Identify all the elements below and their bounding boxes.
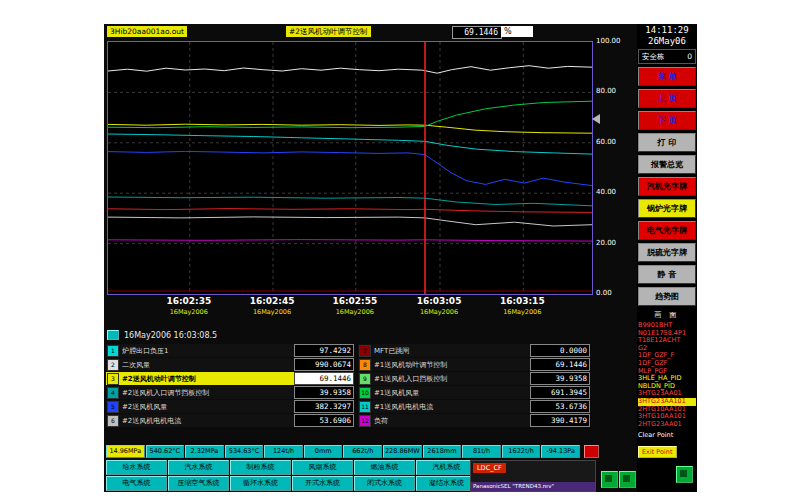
system-nav-button[interactable]: 风烟系统 <box>292 460 353 475</box>
timestamp-chip[interactable] <box>107 330 119 340</box>
system-nav-row-2: 电气系统压缩空气系统循环水系统开式水系统闭式水系统凝结水系统 <box>106 476 477 491</box>
alarm-tag[interactable]: NBLDN_PID <box>638 383 696 391</box>
sidebar-button[interactable]: 汽机光字牌 <box>638 177 696 196</box>
channel-color-chip: 12 <box>359 415 371 427</box>
system-nav-button[interactable]: 凝结水系统 <box>416 476 477 491</box>
screen-id-badge[interactable]: LDC_CF <box>473 463 506 473</box>
status-value[interactable]: 662t/h <box>343 445 382 458</box>
main-area: 3Hib20aa001ao.out #2送风机动叶调节控制 69.1446 % … <box>104 24 637 492</box>
alarm-tag[interactable]: 3HTG23AA01 <box>638 390 696 398</box>
safety-label: 安全栋 <box>642 52 665 62</box>
channel-color-chip: 1 <box>107 345 119 357</box>
alarm-tag[interactable]: 3HTG10AA101 <box>638 413 696 421</box>
sidebar-button-stack: 菜 单上 页下 页打 印报警总览汽机光字牌锅炉光字牌电气光字牌脱硫光字牌静 音趋… <box>638 67 696 306</box>
x-axis-date-label: 16May2006 <box>487 308 557 316</box>
legend-row[interactable]: 7MFT已跳闸0.0000 <box>358 344 590 357</box>
sidebar-button[interactable]: 菜 单 <box>638 67 696 86</box>
legend-row[interactable]: 5#2送风机风量382.3297 <box>106 400 354 413</box>
channel-value: 97.4292 <box>294 344 354 357</box>
alarm-tag[interactable]: N01E1758.4P1 <box>638 330 696 338</box>
sidebar-button[interactable]: 锅炉光字牌 <box>638 199 696 218</box>
channel-value: 69.1446 <box>294 372 354 385</box>
status-value[interactable]: 540.62°C <box>146 445 185 458</box>
sidebar-button[interactable]: 上 页 <box>638 89 696 108</box>
value-marker-icon[interactable] <box>592 114 600 124</box>
legend-row[interactable]: 8#1送风机动叶调节控制69.1446 <box>358 358 590 371</box>
alarm-indicator-red[interactable] <box>584 445 599 458</box>
status-value[interactable]: 81t/h <box>462 445 501 458</box>
sidebar-button[interactable]: 报警总览 <box>638 155 696 174</box>
sidebar-green-indicator[interactable] <box>676 466 693 483</box>
channel-color-chip: 7 <box>359 345 371 357</box>
status-value[interactable]: 2.32MPa <box>185 445 224 458</box>
channel-label: 炉膛出口负压1 <box>122 346 294 356</box>
status-value[interactable]: -94.13Pa <box>541 445 580 458</box>
alarm-tag[interactable]: B9901BHT <box>638 322 696 330</box>
system-nav-button[interactable]: 开式水系统 <box>292 476 353 491</box>
safety-button[interactable]: 安全栋 0 <box>638 49 696 64</box>
status-value[interactable]: 1622t/h <box>502 445 541 458</box>
legend-row[interactable]: 1炉膛出口负压197.4292 <box>106 344 354 357</box>
sidebar-button[interactable]: 趋势图 <box>638 287 696 306</box>
status-value[interactable]: 228.86MW <box>383 445 422 458</box>
legend-column-right: 7MFT已跳闸0.00008#1送风机动叶调节控制69.14469#1送风机入口… <box>358 344 590 428</box>
status-value[interactable]: 124t/h <box>264 445 303 458</box>
alarm-tag[interactable]: 3HLE_HA_PID <box>638 375 696 383</box>
sidebar-button[interactable]: 电气光字牌 <box>638 221 696 240</box>
alarm-tag[interactable]: MLP_PGF <box>638 368 696 376</box>
legend-row[interactable]: 12负荷390.4179 <box>358 414 590 427</box>
channel-color-chip: 5 <box>107 401 119 413</box>
sidebar-button[interactable]: 静 音 <box>638 265 696 284</box>
alarm-tag[interactable]: G2 <box>638 345 696 353</box>
status-value[interactable]: 534.63°C <box>225 445 264 458</box>
system-nav-button[interactable]: 闭式水系统 <box>354 476 415 491</box>
alarm-tag[interactable]: T18E12ACHT <box>638 337 696 345</box>
status-value[interactable]: 14.96MPa <box>106 445 145 458</box>
sidebar-button[interactable]: 下 页 <box>638 111 696 130</box>
channel-value: 53.6906 <box>294 414 354 427</box>
clear-point-button[interactable]: Clear Point <box>638 431 696 439</box>
system-nav-button[interactable]: 制粉系统 <box>230 460 291 475</box>
legend-column-left: 1炉膛出口负压197.42922二次风量990.06743#2送风机动叶调节控制… <box>106 344 354 428</box>
channel-value: 39.9358 <box>294 386 354 399</box>
trend-svg <box>108 42 592 294</box>
legend-row[interactable]: 2二次风量990.0674 <box>106 358 354 371</box>
legend-row[interactable]: 6#2送风机电机电流53.6906 <box>106 414 354 427</box>
legend-row[interactable]: 9#1送风机入口挡板控制39.9358 <box>358 372 590 385</box>
x-axis-date-label: 16May2006 <box>320 308 390 316</box>
y-axis-label: 100.00 <box>596 37 632 45</box>
status-value[interactable]: 0mm <box>304 445 343 458</box>
alarm-tag[interactable]: 2HTG10AA101 <box>638 406 696 414</box>
legend-row[interactable]: 10#1送风机风量691.3945 <box>358 386 590 399</box>
exit-point-button[interactable]: Exit Point <box>638 446 677 458</box>
sidebar-button[interactable]: 脱硫光字牌 <box>638 243 696 262</box>
system-nav-button[interactable]: 循环水系统 <box>230 476 291 491</box>
legend-row[interactable]: 4#2送风机入口调节挡板控制39.9358 <box>106 386 354 399</box>
alarm-tag[interactable]: 2HTG23AA01 <box>638 421 696 429</box>
selected-channel-tag[interactable]: #2送风机动叶调节控制 <box>286 26 371 37</box>
alarm-tag[interactable]: 1DF_GZF <box>638 360 696 368</box>
system-nav-button[interactable]: 汽机系统 <box>416 460 477 475</box>
monitor-toggle-button-2[interactable] <box>619 471 636 488</box>
monitor-toggle-button-1[interactable] <box>601 471 618 488</box>
alarm-tag[interactable]: 3HTG23AA101 <box>638 398 696 406</box>
trend-file-tag[interactable]: 3Hib20aa001ao.out <box>107 26 187 37</box>
system-nav-button[interactable]: 电气系统 <box>106 476 167 491</box>
system-nav-button[interactable]: 汽水系统 <box>168 460 229 475</box>
trend-chart[interactable] <box>107 41 593 295</box>
x-axis-time-label: 16:03:05 <box>404 296 474 306</box>
alarm-tag[interactable]: 1DF_GZF_F <box>638 352 696 360</box>
status-value[interactable]: 2618mm <box>423 445 462 458</box>
legend-row[interactable]: 3#2送风机动叶调节控制69.1446 <box>106 372 354 385</box>
y-axis-label: 0.00 <box>596 289 632 297</box>
system-nav-button[interactable]: 给水系统 <box>106 460 167 475</box>
channel-color-chip: 2 <box>107 359 119 371</box>
clock-date: 26May06 <box>638 36 696 47</box>
alarm-panel-header: 画 面 <box>638 310 696 320</box>
system-nav-button[interactable]: 燃油系统 <box>354 460 415 475</box>
legend-row[interactable]: 11#1送风机电机电流53.6736 <box>358 400 590 413</box>
sidebar-button[interactable]: 打 印 <box>638 133 696 152</box>
y-axis-label: 80.00 <box>596 87 632 95</box>
system-nav-button[interactable]: 压缩空气系统 <box>168 476 229 491</box>
channel-label: #2送风机电机电流 <box>122 416 294 426</box>
